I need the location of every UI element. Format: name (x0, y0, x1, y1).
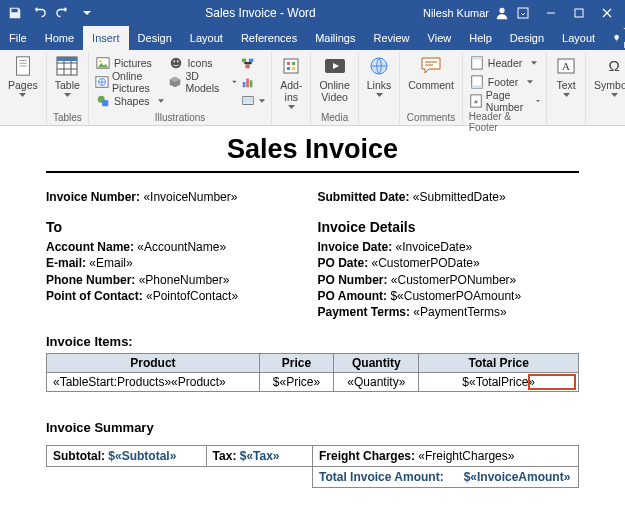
ribbon-tabs: File Home Insert Design Layout Reference… (0, 26, 625, 50)
group-illustrations: Pictures Online Pictures Shapes Icons 3D… (89, 52, 272, 125)
td-price[interactable]: $«Price» (259, 373, 333, 392)
page-number-button[interactable]: #Page Number (469, 92, 540, 110)
save-button[interactable] (4, 2, 26, 24)
group-media: Online Video Media (311, 52, 358, 125)
items-table[interactable]: Product Price Quantity Total Price «Tabl… (46, 353, 579, 392)
text-button[interactable]: A Text (553, 54, 579, 98)
svg-point-16 (174, 60, 176, 62)
chevron-down-icon (288, 105, 295, 109)
details-heading: Invoice Details (318, 219, 580, 235)
th-qty: Quantity (334, 354, 419, 373)
th-total: Total Price (419, 354, 579, 373)
icons-icon (168, 55, 184, 71)
email: E-mail: «Email» (46, 255, 308, 271)
tab-table-layout[interactable]: Layout (553, 26, 604, 50)
table-button[interactable]: Table (53, 54, 82, 98)
group-comments: Comment Comments (400, 52, 463, 125)
td-qty[interactable]: «Quantity» (334, 373, 419, 392)
svg-rect-21 (243, 82, 246, 87)
summary-heading: Invoice Summary (46, 420, 579, 435)
online-video-button[interactable]: Online Video (317, 54, 351, 104)
lightbulb-icon (613, 32, 620, 44)
chart-icon (240, 74, 256, 90)
tax-cell[interactable]: Tax: $«Tax» (206, 446, 312, 467)
tell-me[interactable]: Tell me (604, 26, 625, 50)
group-label-comments: Comments (407, 111, 455, 125)
chevron-down-icon (527, 80, 533, 84)
pages-button[interactable]: Pages (6, 54, 40, 98)
tab-view[interactable]: View (419, 26, 461, 50)
table-icon (56, 55, 78, 77)
table-header-row: Product Price Quantity Total Price (47, 354, 579, 373)
document-canvas[interactable]: Sales Invoice Invoice Number: «InvoiceNu… (0, 126, 625, 510)
group-label-media: Media (321, 111, 348, 125)
phone: Phone Number: «PhoneNumber» (46, 272, 308, 288)
svg-text:#: # (474, 98, 478, 105)
chevron-down-icon (536, 99, 540, 103)
svg-rect-19 (249, 59, 253, 63)
user-avatar-icon (495, 6, 509, 20)
chevron-down-icon (19, 93, 26, 97)
group-pages: Pages (0, 52, 47, 125)
addins-icon (280, 55, 302, 77)
minimize-button[interactable] (537, 2, 565, 24)
addins-button[interactable]: Add- ins (278, 54, 304, 110)
to-heading: To (46, 219, 308, 235)
tab-help[interactable]: Help (460, 26, 501, 50)
tab-home[interactable]: Home (36, 26, 83, 50)
screenshot-icon (240, 93, 256, 109)
chart-button[interactable] (240, 73, 265, 91)
online-pictures-button[interactable]: Online Pictures (95, 73, 165, 91)
tab-file[interactable]: File (0, 26, 36, 50)
shapes-button[interactable]: Shapes (95, 92, 165, 110)
undo-button[interactable] (28, 2, 50, 24)
svg-point-17 (177, 60, 179, 62)
total-cell[interactable]: Total Invoice Amount: $«InvoiceAmount» (312, 467, 578, 488)
payment-terms: Payment Terms: «PaymentTerms» (318, 304, 580, 320)
header-button[interactable]: Header (469, 54, 540, 72)
tab-design[interactable]: Design (129, 26, 181, 50)
tab-table-design[interactable]: Design (501, 26, 553, 50)
smartart-button[interactable] (240, 54, 265, 72)
table-row[interactable]: «TableStart:Products»«Product» $«Price» … (47, 373, 579, 392)
svg-rect-8 (57, 57, 77, 61)
symbols-button[interactable]: Ω Symbols (592, 54, 625, 98)
tab-insert[interactable]: Insert (83, 26, 129, 50)
svg-point-0 (499, 8, 504, 13)
chevron-down-icon (259, 99, 265, 103)
svg-point-15 (171, 58, 182, 69)
doc-hr (46, 171, 579, 173)
summary-table[interactable]: Subtotal: $«Subtotal» Tax: $«Tax» Freigh… (46, 445, 579, 488)
td-total[interactable]: $«TotalPrice» (419, 373, 579, 392)
video-icon (324, 55, 346, 77)
th-price: Price (259, 354, 333, 373)
3d-models-button[interactable]: 3D Models (168, 73, 236, 91)
td-product[interactable]: «TableStart:Products»«Product» (47, 373, 260, 392)
comment-button[interactable]: Comment (406, 54, 456, 92)
svg-rect-27 (287, 62, 290, 65)
tab-mailings[interactable]: Mailings (306, 26, 364, 50)
qat-customize-button[interactable] (76, 2, 98, 24)
tab-references[interactable]: References (232, 26, 306, 50)
links-button[interactable]: Links (365, 54, 394, 98)
maximize-button[interactable] (565, 2, 593, 24)
screenshot-button[interactable] (240, 92, 265, 110)
user-account[interactable]: Nilesh Kumar (423, 6, 509, 20)
redo-button[interactable] (52, 2, 74, 24)
svg-rect-18 (242, 59, 246, 63)
ribbon-options-button[interactable] (509, 2, 537, 24)
smartart-icon (240, 55, 256, 71)
freight-cell[interactable]: Freight Charges: «FreightCharges» (312, 446, 578, 467)
items-heading: Invoice Items: (46, 334, 579, 349)
pictures-icon (95, 55, 111, 71)
subtotal-cell[interactable]: Subtotal: $«Subtotal» (47, 446, 207, 467)
svg-rect-23 (250, 80, 253, 87)
chevron-down-icon (611, 93, 618, 97)
tab-review[interactable]: Review (365, 26, 419, 50)
poc: Point of Contact: «PointofContact» (46, 288, 308, 304)
close-button[interactable] (593, 2, 621, 24)
tab-layout[interactable]: Layout (181, 26, 232, 50)
doc-title: Sales Invoice (46, 132, 579, 171)
group-addins: Add- ins (272, 52, 311, 125)
textbox-icon: A (555, 55, 577, 77)
